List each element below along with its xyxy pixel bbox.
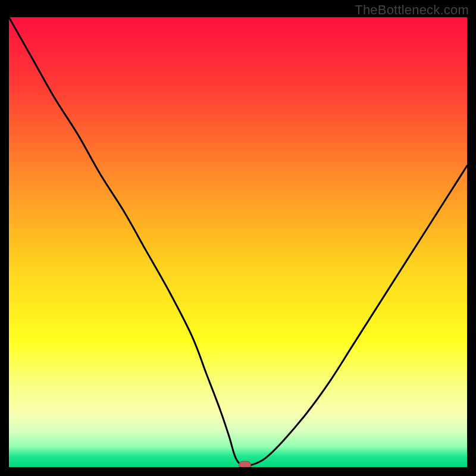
chart-frame: TheBottleneck.com [0, 0, 476, 476]
plot-svg [9, 17, 467, 467]
plot-area [9, 17, 467, 467]
gradient-background [9, 17, 467, 467]
minimum-marker [239, 461, 251, 467]
watermark-text: TheBottleneck.com [355, 2, 469, 18]
